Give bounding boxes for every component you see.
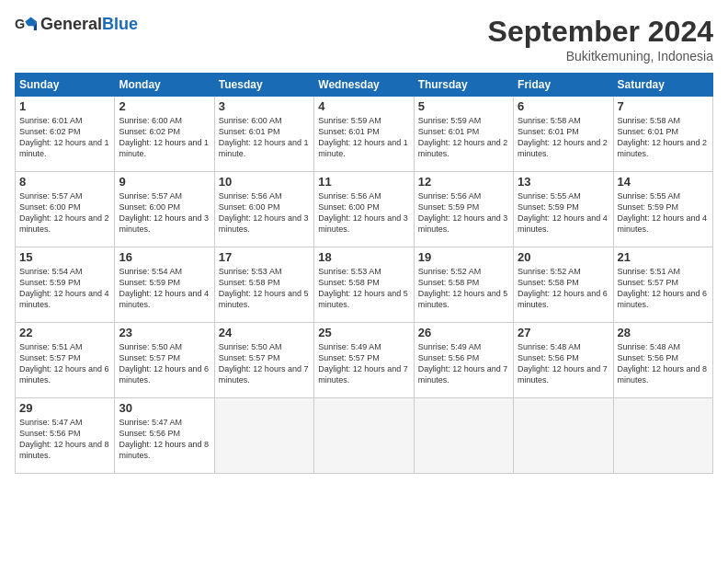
logo: G GeneralBlue bbox=[15, 15, 138, 34]
day-info: Sunrise: 5:51 AMSunset: 5:57 PMDaylight:… bbox=[618, 266, 709, 311]
day-number: 13 bbox=[518, 175, 609, 189]
day-info: Sunrise: 5:57 AMSunset: 6:00 PMDaylight:… bbox=[119, 190, 210, 236]
calendar-header: G GeneralBlue September 2024 Bukitkemuni… bbox=[15, 15, 713, 63]
calendar-cell: 20Sunrise: 5:52 AMSunset: 5:58 PMDayligh… bbox=[514, 247, 613, 323]
calendar-cell: 28Sunrise: 5:48 AMSunset: 5:56 PMDayligh… bbox=[613, 323, 712, 398]
day-info: Sunrise: 5:58 AMSunset: 6:01 PMDaylight:… bbox=[518, 115, 609, 160]
day-number: 21 bbox=[618, 250, 709, 264]
day-info: Sunrise: 5:53 AMSunset: 5:58 PMDaylight:… bbox=[219, 266, 310, 311]
day-info: Sunrise: 5:56 AMSunset: 5:59 PMDaylight:… bbox=[418, 190, 509, 236]
calendar-cell: 22Sunrise: 5:51 AMSunset: 5:57 PMDayligh… bbox=[16, 323, 115, 398]
calendar-row: 22Sunrise: 5:51 AMSunset: 5:57 PMDayligh… bbox=[16, 323, 713, 398]
day-info: Sunrise: 5:57 AMSunset: 6:00 PMDaylight:… bbox=[19, 190, 110, 236]
calendar-cell bbox=[414, 398, 513, 474]
calendar-cell: 26Sunrise: 5:49 AMSunset: 5:56 PMDayligh… bbox=[414, 323, 513, 398]
logo-icon: G bbox=[15, 16, 37, 34]
day-of-week-header: Sunday bbox=[16, 74, 115, 97]
day-number: 28 bbox=[618, 326, 709, 339]
day-of-week-header: Monday bbox=[115, 74, 214, 97]
day-number: 3 bbox=[219, 99, 310, 113]
day-number: 11 bbox=[318, 175, 409, 189]
day-number: 24 bbox=[219, 326, 310, 339]
day-info: Sunrise: 5:49 AMSunset: 5:56 PMDaylight:… bbox=[418, 341, 509, 386]
calendar-cell: 21Sunrise: 5:51 AMSunset: 5:57 PMDayligh… bbox=[613, 247, 712, 323]
day-number: 1 bbox=[19, 99, 110, 113]
calendar-cell: 6Sunrise: 5:58 AMSunset: 6:01 PMDaylight… bbox=[514, 97, 613, 172]
day-info: Sunrise: 6:00 AMSunset: 6:01 PMDaylight:… bbox=[219, 115, 310, 160]
calendar-cell: 14Sunrise: 5:55 AMSunset: 5:59 PMDayligh… bbox=[613, 172, 712, 247]
location: Bukitkemuning, Indonesia bbox=[488, 49, 713, 63]
day-info: Sunrise: 5:48 AMSunset: 5:56 PMDaylight:… bbox=[518, 341, 609, 386]
day-number: 9 bbox=[119, 175, 210, 189]
calendar-cell: 2Sunrise: 6:00 AMSunset: 6:02 PMDaylight… bbox=[115, 97, 214, 172]
calendar-cell bbox=[514, 398, 613, 474]
calendar-cell: 25Sunrise: 5:49 AMSunset: 5:57 PMDayligh… bbox=[314, 323, 414, 398]
calendar-cell: 30Sunrise: 5:47 AMSunset: 5:56 PMDayligh… bbox=[115, 398, 214, 474]
day-number: 23 bbox=[119, 326, 210, 339]
day-info: Sunrise: 5:59 AMSunset: 6:01 PMDaylight:… bbox=[318, 115, 409, 160]
calendar-cell bbox=[314, 398, 414, 474]
day-info: Sunrise: 5:52 AMSunset: 5:58 PMDaylight:… bbox=[518, 266, 609, 311]
day-number: 8 bbox=[19, 175, 110, 189]
calendar-cell: 10Sunrise: 5:56 AMSunset: 6:00 PMDayligh… bbox=[214, 172, 313, 247]
calendar-cell: 24Sunrise: 5:50 AMSunset: 5:57 PMDayligh… bbox=[214, 323, 313, 398]
calendar-row: 8Sunrise: 5:57 AMSunset: 6:00 PMDaylight… bbox=[16, 172, 713, 247]
day-number: 18 bbox=[318, 250, 409, 264]
day-info: Sunrise: 5:47 AMSunset: 5:56 PMDaylight:… bbox=[19, 417, 110, 462]
day-info: Sunrise: 5:56 AMSunset: 6:00 PMDaylight:… bbox=[219, 190, 310, 236]
calendar-cell: 12Sunrise: 5:56 AMSunset: 5:59 PMDayligh… bbox=[414, 172, 513, 247]
calendar-cell bbox=[613, 398, 712, 474]
calendar-cell: 11Sunrise: 5:56 AMSunset: 6:00 PMDayligh… bbox=[314, 172, 414, 247]
day-number: 12 bbox=[418, 175, 509, 189]
day-info: Sunrise: 6:00 AMSunset: 6:02 PMDaylight:… bbox=[119, 115, 210, 160]
day-number: 29 bbox=[19, 401, 110, 415]
calendar-cell: 16Sunrise: 5:54 AMSunset: 5:59 PMDayligh… bbox=[115, 247, 214, 323]
day-number: 6 bbox=[518, 99, 609, 113]
day-number: 27 bbox=[518, 326, 609, 339]
day-number: 20 bbox=[518, 250, 609, 264]
calendar-row: 15Sunrise: 5:54 AMSunset: 5:59 PMDayligh… bbox=[16, 247, 713, 323]
svg-text:G: G bbox=[15, 17, 25, 31]
day-number: 4 bbox=[318, 99, 409, 113]
day-info: Sunrise: 5:52 AMSunset: 5:58 PMDaylight:… bbox=[418, 266, 509, 311]
calendar-row: 29Sunrise: 5:47 AMSunset: 5:56 PMDayligh… bbox=[16, 398, 713, 474]
calendar-cell: 9Sunrise: 5:57 AMSunset: 6:00 PMDaylight… bbox=[115, 172, 214, 247]
logo-text: GeneralBlue bbox=[40, 15, 138, 34]
calendar-cell: 13Sunrise: 5:55 AMSunset: 5:59 PMDayligh… bbox=[514, 172, 613, 247]
day-number: 7 bbox=[618, 99, 709, 113]
day-number: 17 bbox=[219, 250, 310, 264]
day-number: 26 bbox=[418, 326, 509, 339]
calendar-row: 1Sunrise: 6:01 AMSunset: 6:02 PMDaylight… bbox=[16, 97, 713, 172]
calendar-cell: 8Sunrise: 5:57 AMSunset: 6:00 PMDaylight… bbox=[16, 172, 115, 247]
calendar-cell: 4Sunrise: 5:59 AMSunset: 6:01 PMDaylight… bbox=[314, 97, 414, 172]
calendar-cell: 23Sunrise: 5:50 AMSunset: 5:57 PMDayligh… bbox=[115, 323, 214, 398]
day-number: 15 bbox=[19, 250, 110, 264]
title-block: September 2024 Bukitkemuning, Indonesia bbox=[488, 15, 713, 63]
calendar-cell: 7Sunrise: 5:58 AMSunset: 6:01 PMDaylight… bbox=[613, 97, 712, 172]
day-number: 30 bbox=[119, 401, 210, 415]
day-number: 16 bbox=[119, 250, 210, 264]
day-of-week-header: Friday bbox=[514, 74, 613, 97]
logo-blue: Blue bbox=[102, 15, 138, 33]
day-info: Sunrise: 5:55 AMSunset: 5:59 PMDaylight:… bbox=[518, 190, 609, 236]
day-number: 25 bbox=[318, 326, 409, 339]
calendar-cell: 1Sunrise: 6:01 AMSunset: 6:02 PMDaylight… bbox=[16, 97, 115, 172]
calendar-cell bbox=[214, 398, 313, 474]
day-of-week-header: Thursday bbox=[414, 74, 513, 97]
day-number: 10 bbox=[219, 175, 310, 189]
day-info: Sunrise: 5:50 AMSunset: 5:57 PMDaylight:… bbox=[119, 341, 210, 386]
month-title: September 2024 bbox=[488, 15, 713, 49]
day-of-week-header: Tuesday bbox=[214, 74, 313, 97]
day-number: 14 bbox=[618, 175, 709, 189]
day-of-week-header: Saturday bbox=[613, 74, 712, 97]
calendar-cell: 19Sunrise: 5:52 AMSunset: 5:58 PMDayligh… bbox=[414, 247, 513, 323]
calendar-cell: 3Sunrise: 6:00 AMSunset: 6:01 PMDaylight… bbox=[214, 97, 313, 172]
calendar-cell: 27Sunrise: 5:48 AMSunset: 5:56 PMDayligh… bbox=[514, 323, 613, 398]
day-info: Sunrise: 5:53 AMSunset: 5:58 PMDaylight:… bbox=[318, 266, 409, 311]
day-info: Sunrise: 5:59 AMSunset: 6:01 PMDaylight:… bbox=[418, 115, 509, 160]
day-info: Sunrise: 5:54 AMSunset: 5:59 PMDaylight:… bbox=[19, 266, 110, 311]
day-info: Sunrise: 5:54 AMSunset: 5:59 PMDaylight:… bbox=[119, 266, 210, 311]
day-info: Sunrise: 5:50 AMSunset: 5:57 PMDaylight:… bbox=[219, 341, 310, 386]
calendar-container: G GeneralBlue September 2024 Bukitkemuni… bbox=[0, 0, 728, 481]
calendar-header-row: SundayMondayTuesdayWednesdayThursdayFrid… bbox=[16, 74, 713, 97]
